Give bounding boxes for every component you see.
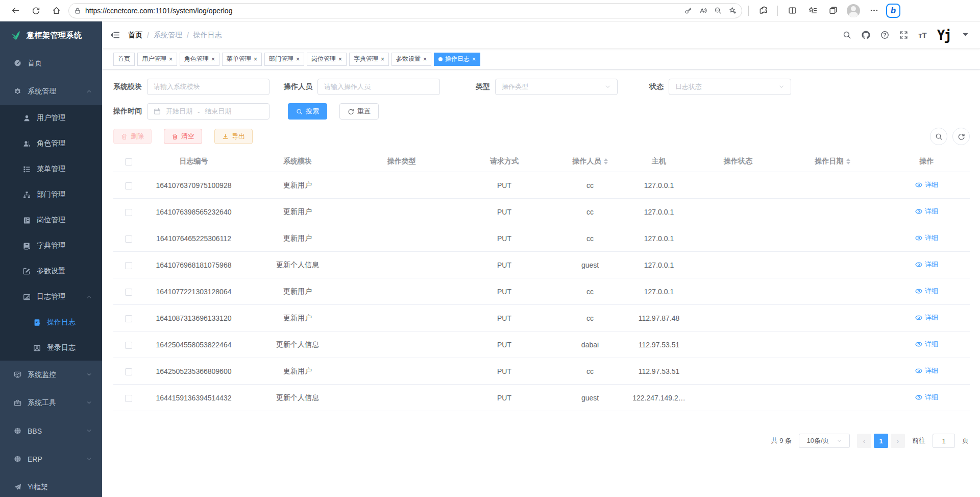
detail-link[interactable]: 详细	[915, 366, 938, 375]
sidebar-item-日志管理[interactable]: 日志管理	[0, 284, 102, 310]
header-search-icon[interactable]	[843, 31, 851, 39]
select-all-checkbox[interactable]	[125, 158, 132, 165]
sidebar-item-角色管理[interactable]: 角色管理	[0, 131, 102, 156]
row-checkbox[interactable]	[125, 182, 132, 190]
breadcrumb-home[interactable]: 首页	[128, 31, 142, 40]
browser-profile-button[interactable]	[845, 3, 862, 19]
browser-refresh-button[interactable]	[28, 3, 44, 19]
tab-close-icon[interactable]: ×	[211, 56, 215, 63]
detail-link[interactable]: 详细	[915, 393, 938, 402]
detail-link[interactable]: 详细	[915, 287, 938, 296]
collections-button[interactable]	[825, 3, 841, 19]
clear-button[interactable]: 清空	[164, 129, 202, 144]
search-button[interactable]: 搜索	[288, 103, 327, 120]
reset-button[interactable]: 重置	[339, 103, 379, 120]
goto-page-input[interactable]	[933, 434, 955, 448]
tab-角色管理[interactable]: 角色管理×	[180, 53, 219, 66]
column-header-操作日期[interactable]: 操作日期	[781, 151, 884, 172]
row-checkbox[interactable]	[125, 315, 132, 322]
user-menu-caret-icon[interactable]	[961, 30, 970, 39]
export-button[interactable]: 导出	[214, 129, 253, 144]
browser-home-button[interactable]	[48, 3, 64, 19]
detail-link[interactable]: 详细	[915, 313, 938, 322]
page-number-1[interactable]: 1	[874, 434, 888, 448]
detail-link[interactable]: 详细	[915, 340, 938, 349]
page-size-select[interactable]: 10条/页	[799, 434, 850, 448]
tab-label: 角色管理	[184, 55, 209, 63]
sort-caret-icon[interactable]	[846, 158, 850, 164]
address-bar[interactable]: https://ccnetcore.com:1101/system/log/op…	[68, 3, 742, 18]
column-header-操作人员[interactable]: 操作人员	[557, 151, 623, 172]
sidebar-item-参数设置[interactable]: 参数设置	[0, 258, 102, 284]
github-icon[interactable]	[862, 31, 870, 39]
tab-岗位管理[interactable]: 岗位管理×	[307, 53, 347, 66]
sidebar-item-系统工具[interactable]: 系统工具	[0, 389, 102, 417]
tab-首页[interactable]: 首页	[113, 53, 135, 66]
browser-back-button[interactable]	[7, 3, 23, 19]
sort-caret-icon[interactable]	[604, 158, 608, 164]
sidebar-item-字典管理[interactable]: 字典管理	[0, 233, 102, 258]
date-range-picker[interactable]: 开始日期 - 结束日期	[147, 103, 270, 120]
show-search-toggle-button[interactable]	[930, 128, 947, 145]
font-size-icon[interactable]: тT	[918, 31, 927, 39]
tab-close-icon[interactable]: ×	[338, 56, 342, 63]
tab-close-icon[interactable]: ×	[296, 56, 300, 63]
fullscreen-icon[interactable]	[899, 31, 908, 39]
sidebar-item-Yi框架[interactable]: Yi框架	[0, 473, 102, 497]
read-aloud-icon[interactable]	[699, 7, 707, 14]
detail-link[interactable]: 详细	[915, 260, 938, 269]
row-checkbox[interactable]	[125, 262, 132, 269]
refresh-table-button[interactable]	[952, 128, 970, 145]
help-icon[interactable]	[880, 31, 889, 39]
sidebar-item-岗位管理[interactable]: 岗位管理	[0, 207, 102, 233]
sidebar-item-BBS[interactable]: BBS	[0, 417, 102, 445]
tab-菜单管理[interactable]: 菜单管理×	[222, 53, 262, 66]
operator-input[interactable]: 请输入操作人员	[317, 79, 440, 95]
sidebar-item-部门管理[interactable]: 部门管理	[0, 182, 102, 207]
row-checkbox[interactable]	[125, 289, 132, 296]
user-avatar[interactable]: Yj	[937, 28, 951, 43]
tab-部门管理[interactable]: 部门管理×	[264, 53, 304, 66]
sidebar-item-登录日志[interactable]: 登录日志	[0, 335, 102, 361]
next-page-button[interactable]: ›	[891, 434, 905, 448]
tab-字典管理[interactable]: 字典管理×	[349, 53, 389, 66]
sidebar-item-用户管理[interactable]: 用户管理	[0, 105, 102, 131]
module-input[interactable]: 请输入系统模块	[147, 79, 270, 95]
tab-close-icon[interactable]: ×	[472, 56, 476, 63]
tab-参数设置[interactable]: 参数设置×	[391, 53, 431, 66]
bing-copilot-button[interactable]: b	[886, 4, 900, 18]
status-select[interactable]: 日志状态	[669, 79, 791, 95]
type-select[interactable]: 操作类型	[495, 79, 618, 95]
detail-link[interactable]: 详细	[915, 180, 938, 190]
tab-用户管理[interactable]: 用户管理×	[137, 53, 177, 66]
sidebar-item-首页[interactable]: 首页	[0, 49, 102, 77]
sidebar-item-操作日志[interactable]: 操作日志	[0, 310, 102, 335]
extensions-button[interactable]	[755, 3, 771, 19]
tab-close-icon[interactable]: ×	[381, 56, 384, 63]
sidebar-fold-icon[interactable]	[110, 30, 120, 40]
row-checkbox[interactable]	[125, 209, 132, 216]
row-checkbox[interactable]	[125, 235, 132, 243]
prev-page-button[interactable]: ‹	[857, 434, 871, 448]
sidebar-item-系统监控[interactable]: 系统监控	[0, 361, 102, 389]
add-favorite-icon[interactable]	[729, 7, 737, 14]
app-logo[interactable]: 意框架管理系统	[0, 21, 102, 49]
tab-操作日志[interactable]: 操作日志×	[434, 53, 480, 66]
row-checkbox[interactable]	[125, 395, 132, 402]
tab-close-icon[interactable]: ×	[169, 56, 173, 63]
detail-link[interactable]: 详细	[915, 207, 938, 216]
row-checkbox[interactable]	[125, 368, 132, 375]
detail-link[interactable]: 详细	[915, 233, 938, 243]
sidebar-item-ERP[interactable]: ERP	[0, 445, 102, 473]
browser-menu-button[interactable]	[866, 3, 882, 19]
tab-close-icon[interactable]: ×	[423, 56, 427, 63]
split-screen-button[interactable]	[784, 3, 800, 19]
sidebar-item-菜单管理[interactable]: 菜单管理	[0, 156, 102, 182]
row-checkbox[interactable]	[125, 342, 132, 349]
password-key-icon[interactable]	[684, 7, 692, 14]
tab-close-icon[interactable]: ×	[254, 56, 257, 63]
zoom-out-icon[interactable]	[714, 7, 722, 14]
delete-button[interactable]: 删除	[113, 129, 152, 144]
sidebar-item-系统管理[interactable]: 系统管理	[0, 77, 102, 105]
favorites-button[interactable]	[804, 3, 821, 19]
